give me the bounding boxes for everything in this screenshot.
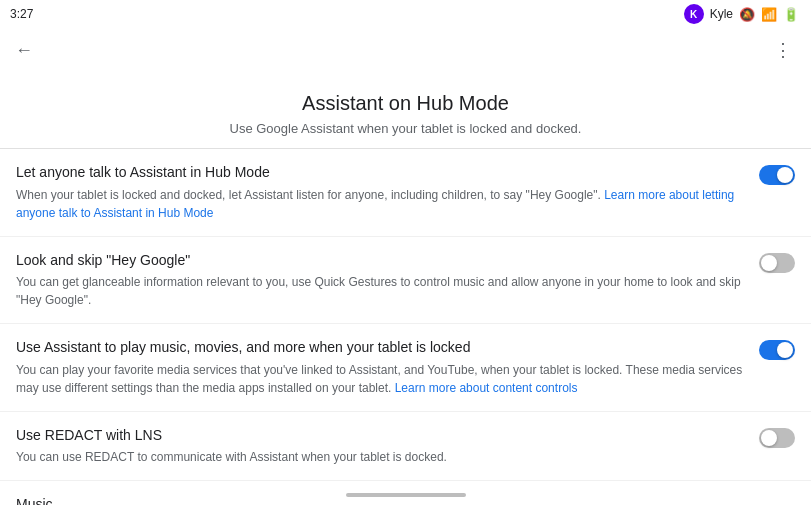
wifi-icon: 📶 [761, 7, 777, 22]
scroll-indicator [346, 493, 466, 497]
setting-redact-lns-desc: You can use REDACT to communicate with A… [16, 448, 747, 466]
setting-hey-google-content: Look and skip "Hey Google" You can get g… [16, 251, 795, 310]
redact-lns-toggle[interactable] [759, 428, 795, 448]
media-locked-toggle-knob [777, 342, 793, 358]
more-options-button[interactable]: ⋮ [763, 30, 803, 70]
setting-hub-mode-talk-title: Let anyone talk to Assistant in Hub Mode [16, 163, 747, 183]
hub-mode-talk-toggle[interactable] [759, 165, 795, 185]
more-icon: ⋮ [774, 39, 792, 61]
setting-hub-mode-talk-desc: When your tablet is locked and docked, l… [16, 186, 747, 222]
setting-redact-lns-title: Use REDACT with LNS [16, 426, 747, 446]
setting-hey-google-desc: You can get glanceable information relev… [16, 273, 747, 309]
hey-google-toggle-knob [761, 255, 777, 271]
setting-hey-google: Look and skip "Hey Google" You can get g… [0, 237, 811, 325]
content-controls-link[interactable]: Learn more about content controls [395, 381, 578, 395]
status-bar-right: K Kyle 🔕 📶 🔋 [684, 4, 799, 24]
page-content: Assistant on Hub Mode Use Google Assista… [0, 72, 811, 505]
setting-hey-google-control [759, 253, 795, 277]
setting-redact-lns-content: Use REDACT with LNS You can use REDACT t… [16, 426, 795, 467]
status-bar-left: 3:27 [10, 7, 33, 21]
setting-redact-lns: Use REDACT with LNS You can use REDACT t… [0, 412, 811, 482]
setting-media-locked-content: Use Assistant to play music, movies, and… [16, 338, 795, 397]
app-bar-left: ← [4, 30, 44, 70]
redact-lns-toggle-knob [761, 430, 777, 446]
muted-icon: 🔕 [739, 7, 755, 22]
setting-media-locked-desc: You can play your favorite media service… [16, 361, 747, 397]
back-icon: ← [15, 40, 33, 61]
setting-hub-mode-talk: Let anyone talk to Assistant in Hub Mode… [0, 149, 811, 237]
avatar: K [684, 4, 704, 24]
hey-google-toggle[interactable] [759, 253, 795, 273]
setting-media-locked-control [759, 340, 795, 364]
setting-media-locked-title: Use Assistant to play music, movies, and… [16, 338, 747, 358]
page-title: Assistant on Hub Mode [0, 72, 811, 121]
back-button[interactable]: ← [4, 30, 44, 70]
page-subtitle: Use Google Assistant when your tablet is… [0, 121, 811, 136]
setting-hey-google-title: Look and skip "Hey Google" [16, 251, 747, 271]
setting-hub-mode-talk-content: Let anyone talk to Assistant in Hub Mode… [16, 163, 795, 222]
app-bar: ← ⋮ [0, 28, 811, 72]
setting-redact-lns-control [759, 428, 795, 452]
setting-media-locked: Use Assistant to play music, movies, and… [0, 324, 811, 412]
hub-mode-talk-toggle-knob [777, 167, 793, 183]
status-bar: 3:27 K Kyle 🔕 📶 🔋 [0, 0, 811, 28]
battery-icon: 🔋 [783, 7, 799, 22]
media-locked-toggle[interactable] [759, 340, 795, 360]
username-label: Kyle [710, 7, 733, 21]
time-label: 3:27 [10, 7, 33, 21]
setting-hub-mode-talk-control [759, 165, 795, 189]
